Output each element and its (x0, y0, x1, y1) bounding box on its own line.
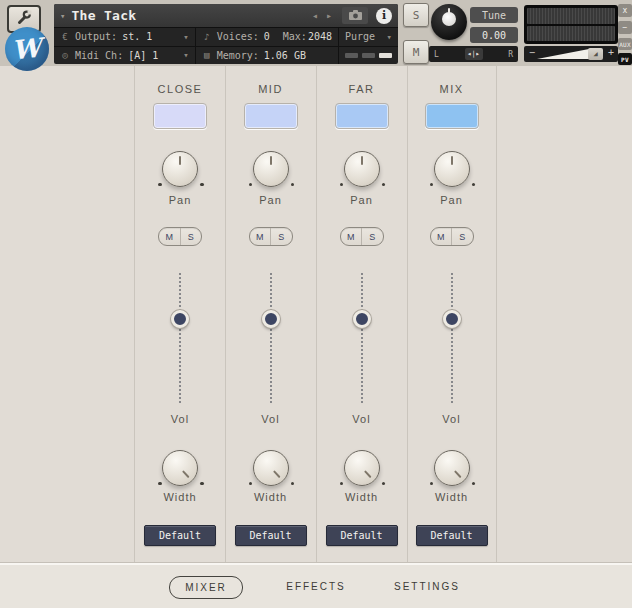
knob-pointer (254, 152, 288, 186)
next-instrument-icon[interactable]: ▸ (326, 10, 332, 21)
volume-label: Vol (442, 413, 460, 425)
master-pan-slider[interactable]: L ◂|▸ R (429, 46, 518, 62)
memory-readout: ▤ Memory: 1.06 GB (196, 47, 338, 65)
aux-button[interactable]: AUX (618, 38, 632, 50)
tab-mixer[interactable]: MIXER (169, 576, 243, 599)
output-select[interactable]: € Output: st. 1 ▾ (54, 28, 195, 47)
channel-solo-button[interactable]: S (452, 228, 473, 245)
pan-knob-label: Pan (350, 194, 373, 206)
channel-strip-mid: MID Pan M S Vol Width Default (226, 66, 316, 562)
channel-strip-far: FAR Pan M S Vol Width Default (317, 66, 407, 562)
volume-slider-handle[interactable] (262, 310, 280, 328)
volume-minus-label: − (529, 47, 535, 58)
width-knob[interactable] (162, 450, 198, 486)
pan-left-label: L (434, 50, 439, 59)
pv-label: PV (621, 56, 629, 63)
midi-caret-icon: ▾ (183, 50, 188, 60)
voices-label: Voices: (217, 31, 259, 42)
volume-wedge (537, 49, 589, 59)
purge-menu[interactable]: Purge ▾ (339, 28, 398, 47)
snapshot-button[interactable] (342, 7, 368, 24)
remove-instrument-button[interactable]: x (618, 4, 632, 17)
collapse-caret-icon[interactable]: ▾ (60, 11, 65, 21)
channel-enable-button[interactable] (244, 103, 298, 129)
channel-solo-button[interactable]: S (362, 228, 383, 245)
instrument-title-bar: ▾ The Tack ◂ ▸ i (54, 4, 398, 28)
knob-pointer (337, 444, 385, 492)
minimize-instrument-button[interactable]: − (618, 21, 632, 34)
max-value: 2048 (308, 31, 332, 42)
voices-readout: ♪ Voices: 0 Max: 2048 (196, 28, 338, 47)
pv-button[interactable]: PV (618, 53, 632, 65)
cpu-leds (339, 47, 398, 65)
midi-label: Midi Ch: (75, 50, 123, 61)
meter-right (527, 26, 615, 42)
instrument-header-grid: € Output: st. 1 ▾ ◎ Midi Ch: [A] 1 ▾ ♪ (54, 28, 398, 64)
tune-value-box[interactable]: 0.00 (470, 27, 518, 43)
channel-mute-button[interactable]: M (250, 228, 272, 245)
memory-label: Memory: (217, 50, 259, 61)
pan-knob[interactable] (253, 151, 289, 187)
knob-pointer (156, 444, 204, 492)
channel-mute-button[interactable]: M (159, 228, 181, 245)
memory-value: 1.06 GB (264, 50, 306, 61)
channel-mute-button[interactable]: M (341, 228, 363, 245)
output-value: st. 1 (122, 31, 152, 42)
default-button[interactable]: Default (144, 525, 216, 546)
prev-instrument-icon[interactable]: ◂ (312, 10, 318, 21)
knob-pointer (427, 444, 475, 492)
volume-slider-handle[interactable] (443, 310, 461, 328)
volume-slider-handle[interactable] (171, 310, 189, 328)
channel-strip-close: CLOSE Pan M S Vol Width Default (135, 66, 225, 562)
info-button[interactable]: i (376, 8, 392, 24)
volume-slider-track[interactable] (180, 273, 181, 405)
width-knob[interactable] (344, 450, 380, 486)
volume-slider-track[interactable] (361, 273, 362, 405)
tab-settings[interactable]: SETTINGS (394, 576, 460, 597)
output-label: Output: (75, 31, 117, 42)
preset-nav: ◂ ▸ (312, 10, 332, 21)
solo-label: S (413, 9, 420, 22)
aux-label: AUX (619, 41, 631, 48)
bottom-tab-bar: MIXER EFFECTS SETTINGS (0, 563, 632, 608)
channel-solo-button[interactable]: S (271, 228, 292, 245)
width-knob[interactable] (253, 450, 289, 486)
channel-enable-button[interactable] (153, 103, 207, 129)
solo-button[interactable]: S (403, 3, 429, 27)
midi-icon: ◎ (60, 50, 70, 60)
volume-slider-track[interactable] (451, 273, 452, 405)
kontakt-instrument-window: W ▾ The Tack ◂ ▸ (0, 0, 632, 608)
voices-icon: ♪ (202, 32, 212, 42)
memory-icon: ▤ (202, 50, 212, 60)
volume-handle[interactable]: ◢ (588, 48, 603, 60)
channel-enable-button[interactable] (425, 103, 479, 129)
pan-position-icon[interactable]: ◂|▸ (465, 48, 483, 60)
master-volume-slider[interactable]: − ◢ + (524, 46, 618, 62)
mute-button[interactable]: M (403, 40, 429, 64)
instrument-title: The Tack (71, 8, 136, 23)
mute-label: M (413, 46, 420, 59)
pan-knob[interactable] (344, 151, 380, 187)
channel-solo-button[interactable]: S (181, 228, 202, 245)
width-knob[interactable] (434, 450, 470, 486)
channel-enable-button[interactable] (335, 103, 389, 129)
pan-knob[interactable] (434, 151, 470, 187)
tab-effects[interactable]: EFFECTS (286, 576, 346, 597)
tune-knob-cap (442, 12, 456, 26)
tune-knob[interactable] (431, 4, 467, 40)
mixer-panel: CLOSE Pan M S Vol Width Default MID Pan … (0, 66, 632, 563)
volume-slider-handle[interactable] (353, 310, 371, 328)
default-button[interactable]: Default (235, 525, 307, 546)
width-knob-label: Width (345, 491, 378, 503)
default-button[interactable]: Default (326, 525, 398, 546)
max-label: Max: (283, 31, 307, 42)
midi-channel-select[interactable]: ◎ Midi Ch: [A] 1 ▾ (54, 47, 195, 65)
pan-knob-label: Pan (169, 194, 192, 206)
channel-mute-button[interactable]: M (431, 228, 453, 245)
channel-name: MIX (439, 83, 463, 95)
led-1 (345, 53, 358, 58)
volume-slider-track[interactable] (270, 273, 271, 405)
default-button[interactable]: Default (416, 525, 488, 546)
pan-knob[interactable] (162, 151, 198, 187)
knob-pointer (345, 152, 379, 186)
